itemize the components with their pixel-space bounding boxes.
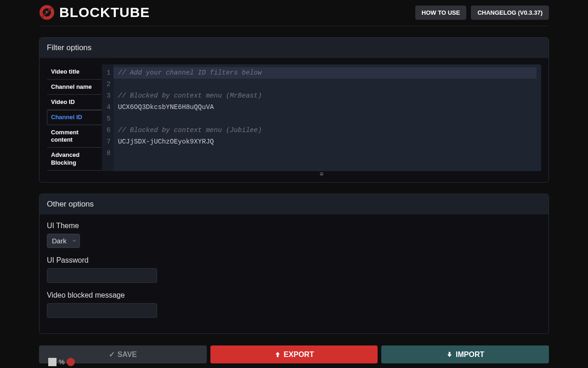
code-editor[interactable]: 12345678 // Add your channel ID filters …	[102, 64, 541, 171]
ui-theme-label: UI Theme	[47, 222, 541, 230]
filter-tab[interactable]: Channel ID	[47, 110, 102, 125]
header-buttons: HOW TO USE CHANGELOG (V0.3.37)	[415, 6, 549, 20]
download-icon	[446, 351, 453, 358]
filter-options-panel: Filter options Video titleChannel nameVi…	[39, 37, 549, 183]
action-bar: ✓ SAVE EXPORT IMPORT	[39, 345, 549, 363]
fragment-box-icon	[48, 358, 57, 366]
code-line[interactable]: // Blocked by context menu (Jubilee)	[118, 125, 537, 136]
check-icon: ✓	[109, 350, 115, 359]
fragment-percent: %	[59, 358, 64, 366]
blocktube-logo-icon	[39, 5, 55, 20]
filter-tab[interactable]: Comment content	[47, 125, 102, 148]
partial-row-fragment: %	[48, 358, 75, 366]
filter-tab[interactable]: Channel name	[47, 80, 102, 95]
line-number: 4	[107, 102, 111, 113]
line-number: 2	[107, 79, 111, 90]
import-button-label: IMPORT	[456, 351, 484, 359]
changelog-button[interactable]: CHANGELOG (V0.3.37)	[471, 6, 549, 20]
ui-password-input[interactable]	[47, 268, 157, 283]
ui-theme-select[interactable]: Dark	[47, 234, 80, 248]
how-to-use-button[interactable]: HOW TO USE	[415, 6, 467, 20]
code-line[interactable]	[118, 148, 537, 159]
save-button-label: SAVE	[118, 351, 137, 359]
brand: BLOCKTUBE	[39, 5, 150, 20]
editor-resize-handle-icon[interactable]: ≡	[102, 171, 541, 178]
filter-tab[interactable]: Advanced Blocking	[47, 148, 102, 171]
line-number: 8	[107, 148, 111, 159]
line-number: 5	[107, 113, 111, 125]
code-line[interactable]: UCJjSDX-jUChzOEyok9XYRJQ	[118, 136, 537, 148]
filter-tabs: Video titleChannel nameVideo IDChannel I…	[47, 64, 102, 171]
code-line[interactable]: // Blocked by context menu (MrBeast)	[118, 90, 537, 102]
code-line[interactable]: UCX6OQ3DkcsbYNE6H8uQQuVA	[118, 102, 537, 113]
video-blocked-message-input[interactable]	[47, 303, 157, 318]
filter-options-title: Filter options	[40, 38, 548, 58]
ui-password-label: UI Password	[47, 256, 541, 264]
line-number: 3	[107, 90, 111, 102]
editor-gutter: 12345678	[102, 64, 113, 171]
video-blocked-message-label: Video blocked message	[47, 291, 541, 299]
export-button[interactable]: EXPORT	[210, 345, 378, 363]
other-options-panel: Other options UI Theme Dark UI Password …	[39, 194, 549, 334]
editor-code[interactable]: // Add your channel ID filters below// B…	[113, 64, 541, 171]
import-button[interactable]: IMPORT	[381, 345, 549, 363]
code-line[interactable]	[118, 79, 537, 90]
brand-name: BLOCKTUBE	[59, 5, 150, 20]
code-line[interactable]: // Add your channel ID filters below	[113, 67, 537, 79]
export-button-label: EXPORT	[284, 351, 314, 359]
line-number: 7	[107, 136, 111, 148]
line-number: 1	[107, 67, 111, 79]
upload-icon	[274, 351, 281, 358]
filter-tab[interactable]: Video ID	[47, 95, 102, 110]
line-number: 6	[107, 125, 111, 136]
app-header: BLOCKTUBE HOW TO USE CHANGELOG (V0.3.37)	[39, 5, 549, 26]
fragment-red-circle-icon	[67, 358, 75, 366]
other-options-title: Other options	[40, 194, 548, 214]
filter-tab[interactable]: Video title	[47, 64, 102, 80]
code-line[interactable]	[118, 113, 537, 125]
